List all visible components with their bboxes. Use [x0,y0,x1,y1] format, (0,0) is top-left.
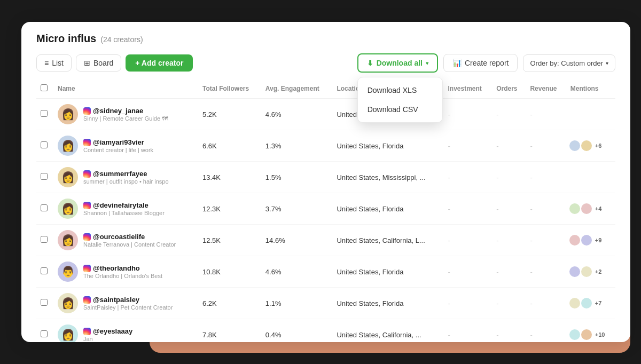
followers-cell: 12.5K [198,225,261,256]
creator-bio: Content creator | life | work [83,147,153,153]
tab-board-label: Board [93,59,113,67]
orders-cell: - [492,193,526,225]
orders-cell: - [492,319,526,343]
table-row: 👩 @summerrfayee summer | outfit inspo • … [36,162,615,193]
col-revenue: Revenue [526,79,566,99]
table-body: 👩 @sidney_janae Sinny | Remote Career Gu… [36,99,615,343]
mention-avatar [568,297,581,310]
download-label: Download all [377,59,423,67]
creator-count: (24 creators) [100,35,143,44]
location-cell: United States, California, ... [332,319,443,343]
row-checkbox[interactable] [41,267,48,274]
add-creator-label: + Add creator [135,59,183,67]
order-dropdown[interactable]: Order by: Custom order ▾ [523,54,615,72]
creators-table: Name Total Followers Avg. Engagement Loc… [36,79,615,342]
instagram-icon [83,296,91,304]
orders-cell: - [492,162,526,193]
revenue-cell: - [526,256,566,288]
investment-cell: - [443,130,492,162]
download-xls-option[interactable]: Download XLS [358,81,442,100]
orders-cell: - [492,256,526,288]
creator-handle[interactable]: @ourcoastielife [83,233,176,241]
tab-list[interactable]: ≡ List [36,54,72,72]
followers-cell: 12.3K [198,193,261,225]
row-checkbox[interactable] [41,299,48,306]
engagement-cell: 1.3% [261,130,333,162]
mention-count: +4 [595,205,602,212]
order-chevron-icon: ▾ [606,60,608,66]
chart-icon: 📊 [452,59,462,67]
creator-name-cell: 👩 @saintpaisley SaintPaisley | Pet Conte… [53,288,198,319]
investment-cell: - [443,288,492,319]
followers-cell: 13.4K [198,162,261,193]
instagram-icon [83,170,91,178]
col-investment: Investment [443,79,492,99]
toolbar: ≡ List ⊞ Board + Add creator ⬇ [36,53,615,79]
create-report-label: Create report [465,59,509,67]
mention-avatar [568,234,581,247]
mention-avatar [580,139,593,152]
mentions-cell: +7 [566,288,615,319]
download-icon: ⬇ [367,59,373,67]
board-icon: ⊞ [84,59,90,67]
followers-cell: 6.6K [198,130,261,162]
followers-cell: 7.8K [198,319,261,343]
tab-board[interactable]: ⊞ Board [76,54,121,72]
toolbar-left: ≡ List ⊞ Board + Add creator [36,54,193,72]
avatar: 👩 [58,230,78,250]
orders-cell: - [492,225,526,256]
row-checkbox[interactable] [41,236,48,243]
mention-count: +2 [595,268,602,275]
creator-handle[interactable]: @iamyari93vier [83,138,153,147]
engagement-cell: 1.1% [261,288,333,319]
instagram-icon [83,328,91,335]
creator-handle[interactable]: @sidney_janae [83,107,168,115]
orders-cell: - [492,130,526,162]
creator-name-cell: 👩 @eyeslaaay Jan [53,319,198,343]
select-all-checkbox[interactable] [41,84,48,91]
creator-handle[interactable]: @saintpaisley [83,296,173,304]
mention-count: +7 [595,300,602,306]
revenue-cell: - [526,162,566,193]
location-cell: United States, Florida [332,256,443,288]
download-all-button[interactable]: ⬇ Download all ▾ [357,53,438,73]
col-name: Name [53,79,198,99]
engagement-cell: 4.6% [261,99,333,130]
mentions-cell [566,99,615,130]
creator-handle[interactable]: @devinefairytale [83,201,165,210]
add-creator-button[interactable]: + Add creator [126,54,193,72]
investment-cell: - [443,162,492,193]
investment-cell: - [443,256,492,288]
mention-avatar [568,265,581,278]
col-followers: Total Followers [198,79,261,99]
mention-avatar [580,234,593,247]
creator-handle[interactable]: @eyeslaaay [83,327,132,336]
row-checkbox[interactable] [41,330,48,337]
creator-handle[interactable]: @summerrfayee [83,170,169,178]
investment-cell: - [443,193,492,225]
instagram-icon [83,265,91,272]
list-icon: ≡ [44,59,49,67]
row-checkbox[interactable] [41,173,48,180]
row-checkbox[interactable] [41,141,48,148]
revenue-cell: - [526,99,566,130]
main-card: Micro influs (24 creators) ≡ List ⊞ Boar… [21,22,630,342]
avatar: 👩 [58,199,78,219]
toolbar-right: ⬇ Download all ▾ Download XLS Download C… [357,53,615,73]
mention-avatar [580,202,593,215]
download-csv-option[interactable]: Download CSV [358,100,442,119]
revenue-cell: - [526,319,566,343]
creator-bio: SaintPaisley | Pet Content Creator [83,304,173,311]
creator-handle[interactable]: @theorlandho [83,264,162,273]
row-checkbox[interactable] [41,110,48,117]
creator-name-cell: 👩 @devinefairytale Shannon | Tallahassee… [53,193,198,225]
revenue-cell: - [526,288,566,319]
mentions-cell: +4 [566,193,615,225]
avatar: 👩 [58,136,78,156]
creator-bio: summer | outfit inspo • hair inspo [83,178,169,185]
row-checkbox[interactable] [41,204,48,211]
create-report-button[interactable]: 📊 Create report [443,54,518,72]
col-engagement: Avg. Engagement [261,79,333,99]
location-cell: United States, Florida [332,288,443,319]
creator-name-cell: 👩 @sidney_janae Sinny | Remote Career Gu… [53,99,198,130]
